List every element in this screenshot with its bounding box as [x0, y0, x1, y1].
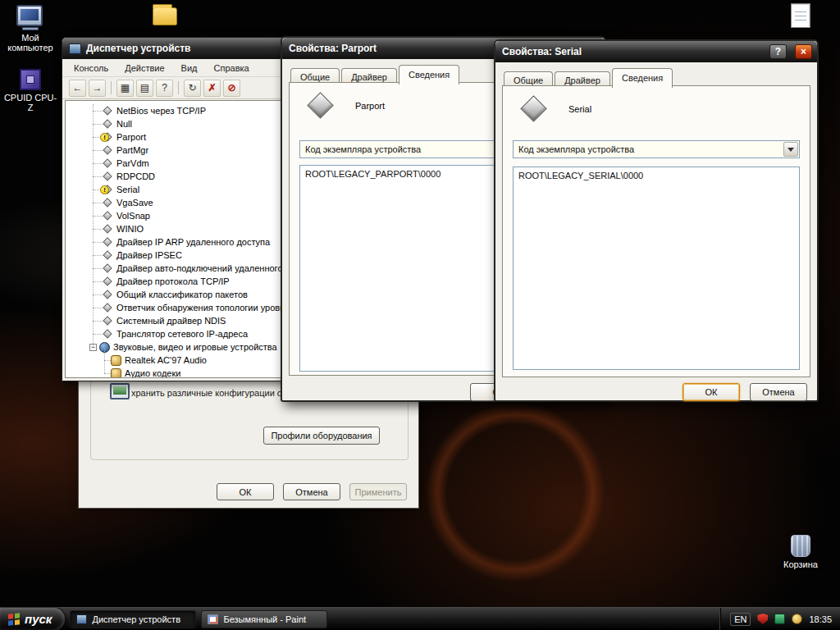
- hardware-profiles-icon: [110, 383, 130, 399]
- start-button-label: пуск: [25, 612, 52, 626]
- combo-arrow-icon[interactable]: [783, 142, 798, 157]
- tab-details[interactable]: Сведения: [399, 65, 459, 84]
- uninstall-device-icon[interactable]: ⊘: [223, 80, 240, 97]
- device-name: Parport: [355, 101, 385, 111]
- recycle-bin-icon: [791, 535, 810, 557]
- window-title: Диспетчер устройств: [86, 43, 190, 54]
- hardware-profiles-button[interactable]: Профили оборудования: [263, 427, 380, 445]
- non-pnp-driver-icon: [103, 119, 113, 130]
- cancel-button[interactable]: Отмена: [750, 383, 807, 401]
- help-button[interactable]: ?: [769, 44, 787, 59]
- tab-strip: Общие Драйвер Сведения: [290, 64, 461, 84]
- audio-device-icon: [111, 355, 121, 366]
- desktop: { "desktop": { "my_computer_label": "Мой…: [0, 0, 840, 630]
- non-pnp-driver-icon: [103, 290, 113, 300]
- non-pnp-driver-icon: [103, 106, 113, 116]
- ok-button[interactable]: ОК: [217, 483, 274, 500]
- desktop-icon-label: Корзина: [773, 559, 829, 569]
- non-pnp-driver-icon: [103, 211, 113, 221]
- non-pnp-driver-icon: !: [103, 132, 113, 143]
- details-tab-page: Serial Код экземпляра устройства ROOT\LE…: [502, 85, 810, 377]
- taskbar-item-label: Безымянный - Paint: [223, 614, 306, 624]
- toolbar-separator: [178, 81, 179, 94]
- taskbar-item-label: Диспетчер устройств: [92, 614, 180, 624]
- system-tray: EN 18:35: [719, 608, 840, 630]
- audio-device-icon: [111, 368, 121, 379]
- help-icon[interactable]: ?: [156, 80, 173, 97]
- device-manager-icon: [76, 614, 87, 624]
- device-instance-id-list[interactable]: ROOT\LEGACY_SERIAL\0000: [513, 167, 800, 370]
- non-pnp-driver-icon: [103, 276, 113, 287]
- window-title: Свойства: Serial: [502, 46, 582, 57]
- start-button[interactable]: пуск: [0, 608, 65, 630]
- non-pnp-driver-icon: [103, 224, 113, 235]
- non-pnp-driver-icon: [103, 329, 113, 340]
- desktop-icon-my-computer[interactable]: Мой компьютер: [2, 5, 58, 52]
- warning-badge: !: [100, 133, 109, 142]
- disable-device-icon[interactable]: ✗: [203, 80, 221, 97]
- non-pnp-driver-icon: [103, 145, 113, 156]
- security-shield-icon[interactable]: [757, 614, 768, 624]
- non-pnp-driver-icon: [103, 250, 113, 261]
- non-pnp-driver-icon: [103, 303, 113, 313]
- property-select[interactable]: Код экземпляра устройства: [513, 140, 800, 158]
- property-select-value: Код экземпляра устройства: [518, 144, 634, 154]
- forward-icon[interactable]: →: [89, 80, 106, 97]
- language-indicator[interactable]: EN: [730, 613, 751, 626]
- serial-titlebar[interactable]: Свойства: Serial ? ×: [495, 41, 817, 62]
- device-name: Serial: [568, 104, 591, 114]
- paint-icon: [208, 614, 218, 624]
- menu-view[interactable]: Вид: [181, 63, 198, 73]
- property-select-value: Код экземпляра устройства: [305, 144, 421, 154]
- non-pnp-driver-icon: [103, 158, 113, 169]
- cancel-button[interactable]: Отмена: [283, 483, 340, 500]
- toolbar-separator: [111, 81, 112, 94]
- device-icon: [519, 94, 549, 124]
- windows-logo-icon: [8, 613, 20, 625]
- device-instance-id-value: ROOT\LEGACY_SERIAL\0000: [518, 171, 794, 180]
- tab-strip: Общие Драйвер Сведения: [504, 67, 674, 87]
- taskbar-item-paint[interactable]: Безымянный - Paint: [201, 610, 327, 628]
- properties-icon[interactable]: ▤: [136, 80, 153, 97]
- non-pnp-driver-icon: [103, 263, 113, 274]
- serial-properties-dialog: Свойства: Serial ? × Общие Драйвер Сведе…: [494, 39, 819, 402]
- menu-console[interactable]: Консоль: [74, 63, 108, 73]
- clock: 18:35: [809, 614, 832, 624]
- volume-icon[interactable]: [792, 614, 802, 624]
- text-document-icon: [791, 3, 810, 28]
- non-pnp-driver-icon: [103, 198, 113, 208]
- taskbar-item-device-manager[interactable]: Диспетчер устройств: [70, 610, 196, 628]
- desktop-icon-label: Мой компьютер: [2, 33, 58, 52]
- folder-icon: [153, 7, 177, 25]
- cpu-chip-icon: [20, 69, 41, 90]
- close-button[interactable]: ×: [795, 44, 812, 59]
- tree-guide-line: [93, 104, 94, 347]
- show-console-tree-icon[interactable]: ▦: [116, 80, 134, 97]
- non-pnp-driver-icon: [103, 316, 113, 326]
- menu-action[interactable]: Действие: [125, 63, 164, 73]
- window-title: Свойства: Parport: [289, 43, 377, 54]
- desktop-icon-text-document[interactable]: [773, 3, 829, 30]
- taskbar: пуск Диспетчер устройств Безымянный - Pa…: [0, 607, 840, 630]
- warning-badge: !: [100, 185, 109, 194]
- menu-help[interactable]: Справка: [214, 63, 249, 73]
- ok-button[interactable]: ОК: [682, 383, 740, 401]
- desktop-icon-label: CPUID CPU-Z: [2, 93, 58, 112]
- desktop-icon-recycle-bin[interactable]: Корзина: [773, 535, 829, 569]
- non-pnp-driver-icon: !: [103, 185, 113, 195]
- desktop-icon-folder[interactable]: [137, 2, 193, 28]
- desktop-icon-cpuz[interactable]: CPUID CPU-Z: [2, 69, 58, 112]
- device-manager-icon: [69, 43, 81, 54]
- tree-guide-line: [104, 349, 105, 373]
- update-driver-icon[interactable]: ↻: [184, 80, 201, 97]
- non-pnp-driver-icon: [103, 171, 113, 182]
- device-icon: [306, 91, 336, 121]
- back-icon[interactable]: ←: [69, 80, 86, 97]
- tab-details[interactable]: Сведения: [612, 68, 673, 88]
- non-pnp-driver-icon: [103, 237, 113, 248]
- apply-button: Применить: [349, 483, 407, 500]
- network-icon[interactable]: [774, 614, 785, 624]
- my-computer-icon: [16, 5, 44, 30]
